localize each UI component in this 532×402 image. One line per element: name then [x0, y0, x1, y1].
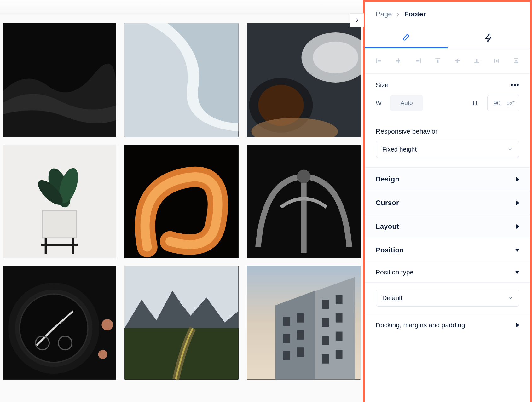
height-value: 90 [488, 100, 506, 107]
distribute-v-button[interactable] [510, 55, 523, 67]
height-unit[interactable]: px* [506, 100, 519, 106]
svg-rect-51 [416, 60, 419, 61]
collapse-panel-button[interactable] [350, 13, 364, 27]
layout-accordion-label: Layout [376, 222, 399, 231]
svg-rect-53 [437, 60, 438, 62]
desk-speaker-image [247, 23, 361, 137]
chevron-right-icon [355, 18, 360, 23]
gallery-tile[interactable] [124, 266, 238, 379]
svg-point-18 [297, 169, 310, 183]
align-top-button[interactable] [431, 55, 444, 67]
position-type-value: Default [382, 295, 402, 302]
gallery-tile[interactable] [247, 266, 361, 379]
align-right-button[interactable] [412, 55, 425, 67]
svg-rect-55 [457, 59, 458, 63]
accordion: Design Cursor Layout Position Position t… [365, 167, 530, 335]
svg-rect-56 [475, 63, 479, 63]
chevron-down-icon [508, 147, 513, 152]
svg-rect-43 [336, 332, 343, 341]
breadcrumb-page[interactable]: Page [376, 10, 392, 18]
plant-pot-image [3, 145, 116, 258]
brush-icon [402, 33, 411, 43]
triangle-right-icon [516, 201, 519, 205]
layout-accordion[interactable]: Layout [365, 215, 530, 238]
svg-rect-42 [322, 336, 329, 345]
height-label: H [473, 100, 482, 107]
docking-label: Docking, margins and padding [376, 321, 465, 329]
gallery-tile[interactable] [124, 23, 238, 137]
svg-rect-35 [297, 330, 304, 340]
position-accordion-label: Position [376, 246, 404, 254]
chevron-right-icon: › [397, 10, 399, 18]
svg-rect-50 [420, 59, 420, 63]
alignment-row [365, 48, 530, 74]
align-center-v-button[interactable] [451, 55, 464, 67]
align-center-h-button[interactable] [392, 55, 405, 67]
responsive-label: Responsive behavior [376, 128, 519, 135]
triangle-right-icon [516, 177, 519, 181]
svg-rect-57 [477, 59, 478, 62]
black-watch-image [3, 266, 116, 379]
svg-rect-34 [283, 334, 290, 343]
svg-rect-44 [322, 354, 329, 364]
design-accordion[interactable]: Design [365, 168, 530, 191]
align-left-button[interactable] [373, 55, 385, 67]
responsive-dropdown[interactable]: Fixed height [376, 141, 519, 158]
triangle-down-icon [515, 271, 519, 274]
position-type-dropdown[interactable]: Default [376, 290, 519, 307]
docking-row[interactable]: Docking, margins and padding [365, 315, 530, 335]
svg-rect-47 [378, 60, 380, 61]
lightning-icon [484, 33, 494, 43]
svg-rect-49 [397, 60, 400, 61]
height-input[interactable]: 90 px* [487, 95, 519, 111]
design-accordion-label: Design [376, 175, 399, 183]
width-input[interactable]: Auto [390, 95, 423, 111]
svg-rect-63 [515, 60, 517, 61]
position-type-row[interactable]: Position type [365, 262, 530, 283]
design-tab[interactable] [365, 28, 448, 48]
responsive-section: Responsive behavior Fixed height [365, 119, 530, 167]
distribute-h-button[interactable] [490, 55, 503, 67]
responsive-value: Fixed height [382, 146, 417, 153]
gallery-tile[interactable] [3, 145, 116, 258]
svg-point-28 [98, 350, 107, 359]
width-label: W [376, 100, 385, 107]
width-value: Auto [400, 100, 413, 106]
size-title: Size [376, 81, 389, 89]
gallery-tile[interactable] [124, 145, 238, 258]
cursor-accordion[interactable]: Cursor [365, 191, 530, 215]
interactions-tab[interactable] [448, 28, 530, 48]
svg-rect-59 [498, 59, 499, 63]
size-more-button[interactable]: ••• [511, 81, 519, 89]
gallery-tile[interactable] [247, 23, 361, 137]
svg-rect-40 [322, 318, 329, 327]
cursor-accordion-label: Cursor [376, 199, 399, 207]
abstract-black-terrain-image [3, 23, 116, 137]
triangle-right-icon [516, 224, 519, 229]
svg-rect-62 [514, 63, 518, 63]
breadcrumb-current[interactable]: Footer [404, 10, 426, 18]
mountain-road-image [124, 266, 238, 379]
gallery-tile[interactable] [3, 266, 116, 379]
svg-rect-36 [283, 351, 290, 360]
svg-rect-46 [377, 59, 377, 63]
editor-topbar [0, 0, 363, 15]
chevron-down-icon [508, 296, 513, 301]
svg-rect-52 [436, 59, 440, 59]
svg-rect-58 [494, 59, 495, 63]
align-bottom-button[interactable] [471, 55, 483, 67]
svg-rect-45 [336, 350, 343, 359]
orange-spiral-image [124, 145, 238, 258]
gallery-tile[interactable] [3, 23, 116, 137]
triangle-right-icon [516, 323, 519, 327]
position-accordion[interactable]: Position [365, 238, 530, 262]
gallery-tile[interactable] [247, 145, 361, 258]
image-gallery [0, 15, 363, 387]
svg-rect-32 [283, 317, 290, 326]
svg-rect-61 [514, 59, 518, 59]
svg-rect-60 [496, 60, 497, 62]
breadcrumb: Page › Footer [365, 2, 530, 25]
svg-rect-37 [297, 347, 304, 357]
triangle-down-icon [515, 249, 519, 252]
svg-rect-33 [297, 313, 304, 323]
